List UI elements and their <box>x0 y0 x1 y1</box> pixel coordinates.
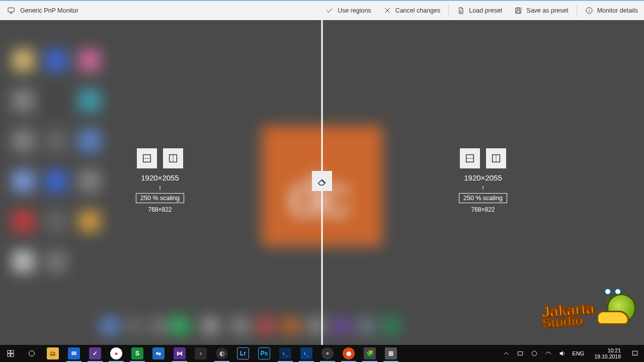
taskbar-item[interactable]: ● <box>106 345 127 362</box>
split-horizontal-icon <box>141 153 152 164</box>
svg-rect-22 <box>11 350 14 353</box>
tray-icon[interactable] <box>530 349 538 357</box>
system-tray[interactable]: ENG 10:21 19.10.2018 <box>497 345 644 362</box>
notifications-icon[interactable] <box>631 349 639 357</box>
split-vertical-icon <box>491 153 502 164</box>
load-preset-label: Load preset <box>469 7 502 14</box>
app-header: Generic PnP Monitor Use regions Cancel c… <box>0 0 644 20</box>
separator <box>448 5 449 16</box>
region-scaling[interactable]: 250 % scaling <box>136 193 184 203</box>
svg-point-25 <box>29 351 35 356</box>
svg-rect-23 <box>8 354 10 356</box>
watermark-text: Jakarta Studio <box>541 303 595 329</box>
taskbar-item[interactable]: 🧩 <box>359 345 380 362</box>
region-panel-right: 1920×2055 ↑ 250 % scaling 768×822 <box>433 148 533 213</box>
cancel-changes-button[interactable]: Cancel changes <box>377 1 447 20</box>
taskbar-item[interactable]: Lr <box>232 345 254 362</box>
save-as-preset-label: Save as preset <box>526 7 568 14</box>
title-block: Generic PnP Monitor <box>0 7 78 15</box>
split-horizontal-button[interactable] <box>460 148 480 168</box>
info-icon <box>585 7 593 15</box>
tray-date: 19.10.2018 <box>594 353 621 359</box>
region-scaled-resolution: 768×822 <box>471 206 495 213</box>
svg-rect-0 <box>8 8 14 12</box>
tray-icon[interactable] <box>544 349 552 357</box>
watermark-logo: Jakarta Studio <box>542 288 639 327</box>
region-scaled-resolution: 768×822 <box>148 206 172 213</box>
taskbar-item[interactable]: › <box>190 345 211 362</box>
tray-time: 10:21 <box>594 347 621 353</box>
volume-icon[interactable] <box>558 349 567 357</box>
split-horizontal-button[interactable] <box>137 148 157 168</box>
region-resolution: 1920×2055 <box>464 173 502 182</box>
save-icon <box>514 7 522 15</box>
taskbar-item[interactable]: Ps <box>254 345 275 362</box>
tray-language[interactable]: ENG <box>573 350 585 356</box>
close-icon <box>383 7 391 15</box>
tray-icon[interactable] <box>516 349 524 357</box>
svg-point-27 <box>532 351 536 355</box>
separator <box>577 5 577 16</box>
taskbar-item[interactable]: ›_ <box>296 345 317 362</box>
taskbar-item[interactable]: ◐ <box>211 345 232 362</box>
up-arrow-icon: ↑ <box>481 185 485 190</box>
taskbar-item[interactable]: ⊞ <box>380 345 401 362</box>
load-preset-button[interactable]: Load preset <box>451 1 508 20</box>
taskbar-item[interactable]: ⚬ <box>317 345 338 362</box>
split-horizontal-icon <box>464 153 475 164</box>
svg-rect-24 <box>11 354 14 356</box>
region-panel-left: 1920×2055 ↑ 250 % scaling 768×822 <box>110 148 210 213</box>
region-scaling[interactable]: 250 % scaling <box>459 193 507 203</box>
app-title: Generic PnP Monitor <box>20 7 78 14</box>
region-editor-canvas[interactable]: dc <box>0 20 644 345</box>
split-vertical-icon <box>168 153 179 164</box>
eraser-handle[interactable] <box>312 171 332 191</box>
eraser-icon <box>316 175 328 187</box>
taskbar-item[interactable]: ✉ <box>63 345 85 362</box>
svg-rect-21 <box>8 350 10 353</box>
taskbar-item[interactable]: ✓ <box>85 345 106 362</box>
taskbar-item[interactable]: ⇋ <box>148 345 169 362</box>
taskbar-item[interactable]: S <box>127 345 148 362</box>
region-resolution: 1920×2055 <box>141 173 179 182</box>
circle-icon <box>28 349 36 357</box>
use-regions-label: Use regions <box>338 7 371 14</box>
cortana-button[interactable] <box>21 345 42 362</box>
svg-rect-26 <box>518 352 522 355</box>
use-regions-button[interactable]: Use regions <box>319 1 377 20</box>
start-button[interactable] <box>0 345 21 362</box>
monitor-details-label: Monitor details <box>597 7 638 14</box>
taskbar-item[interactable]: ›_ <box>275 345 296 362</box>
monitor-details-button[interactable]: Monitor details <box>579 1 644 20</box>
up-arrow-icon: ↑ <box>158 185 162 190</box>
svg-rect-7 <box>517 8 520 10</box>
svg-marker-28 <box>559 351 562 355</box>
save-as-preset-button[interactable]: Save as preset <box>508 1 574 20</box>
svg-rect-8 <box>517 11 520 14</box>
taskbar-item[interactable]: ⋈ <box>169 345 190 362</box>
tray-clock[interactable]: 10:21 19.10.2018 <box>590 347 625 359</box>
split-vertical-button[interactable] <box>486 148 506 168</box>
svg-rect-29 <box>632 351 637 355</box>
windows-taskbar: 🗂 ✉ ✓ ● S ⇋ ⋈ › ◐ Lr Ps ›_ ›_ ⚬ ◉ 🧩 ⊞ EN… <box>0 345 644 362</box>
taskbar-item[interactable]: 🗂 <box>42 345 63 362</box>
svg-point-11 <box>589 9 589 9</box>
check-icon <box>326 7 334 15</box>
split-vertical-button[interactable] <box>163 148 183 168</box>
cancel-changes-label: Cancel changes <box>395 7 441 14</box>
taskbar-item[interactable]: ◉ <box>338 345 359 362</box>
windows-icon <box>7 349 15 357</box>
monitor-icon <box>7 7 15 15</box>
chevron-up-icon[interactable] <box>502 349 510 357</box>
snail-mascot-icon <box>597 288 639 327</box>
file-load-icon <box>457 7 465 15</box>
